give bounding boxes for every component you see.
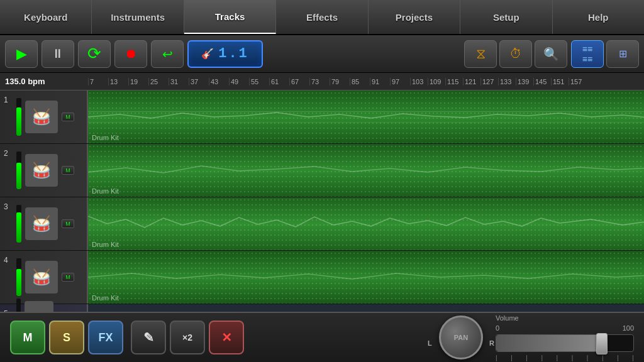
track-3-mute[interactable]: M (62, 219, 74, 228)
volume-slider-thumb[interactable] (596, 333, 608, 354)
track-1-mute[interactable]: M (62, 112, 74, 121)
pause-button[interactable]: ⏸ (42, 40, 74, 68)
tick-2: | (526, 354, 528, 361)
ruler-mark: 139 (516, 78, 533, 85)
metronome1-icon: ⧖ (476, 46, 486, 62)
ruler-mark: 85 (350, 78, 370, 85)
metronome2-button[interactable]: ⏱ (499, 40, 532, 68)
tracks-list: 1 🥁 M Drum Kit (0, 90, 644, 312)
mute-button[interactable]: M (10, 321, 45, 354)
volume-slider-track[interactable] (496, 334, 634, 352)
loop-button[interactable]: ⟳ (78, 40, 111, 68)
track-2-mute[interactable]: M (62, 166, 74, 175)
ruler-mark: 109 (428, 78, 445, 85)
ruler: 135.0 bpm 7 13 19 25 31 37 43 49 55 61 6… (0, 73, 644, 90)
ruler-mark: 115 (445, 78, 463, 85)
pan-right-label: R (489, 339, 494, 347)
duplicate-icon: ×2 (182, 332, 192, 343)
metronome1-button[interactable]: ⧖ (464, 40, 497, 68)
grid-view-button[interactable]: ⊞ (606, 40, 639, 68)
edit-group: ✎ ×2 ✕ (131, 321, 244, 354)
track-5-thumb[interactable]: 🎸 (25, 301, 53, 312)
list-view-button[interactable]: ≡≡≡≡ (571, 40, 604, 68)
track-5-content[interactable] (88, 304, 644, 312)
ruler-mark: 91 (370, 78, 390, 85)
track-4-content[interactable]: Drum Kit (88, 251, 644, 304)
track-3-thumb[interactable]: 🥁 (25, 207, 58, 240)
mute-label: M (23, 331, 33, 344)
track-4-info: M (62, 273, 74, 282)
fx-button[interactable]: FX (88, 321, 123, 354)
tick-4: | (557, 354, 558, 361)
loop-icon: ⟳ (87, 44, 101, 63)
play-icon: ▶ (16, 46, 27, 62)
delete-icon: ✕ (221, 330, 232, 345)
track-4-label: Drum Kit (92, 294, 119, 302)
solo-label: S (63, 331, 70, 344)
track-1-info: M (62, 112, 74, 121)
metronome2-icon: ⏱ (509, 47, 522, 61)
track-2-number: 2 (4, 149, 13, 158)
tab-setup[interactable]: Setup (460, 0, 552, 34)
volume-label-row: Volume (496, 314, 634, 322)
tab-effects[interactable]: Effects (276, 0, 368, 34)
track-3-content[interactable]: Drum Kit (88, 197, 644, 250)
play-button[interactable]: ▶ (5, 40, 38, 68)
volume-tick-row: | | | | | | | | | | (496, 354, 634, 361)
view-group: ≡≡≡≡ ⊞ (571, 40, 639, 68)
tab-projects[interactable]: Projects (369, 0, 460, 34)
record-button[interactable]: ⏺ (114, 40, 147, 68)
tab-instruments[interactable]: Instruments (92, 0, 184, 34)
display-value: 1.1 (218, 46, 249, 62)
tick-5: | (572, 354, 574, 361)
track-1-thumb[interactable]: 🥁 (25, 101, 58, 133)
pan-center-label: PAN (454, 334, 468, 341)
track-4-mute[interactable]: M (62, 273, 74, 282)
delete-button[interactable]: ✕ (209, 321, 244, 354)
ruler-mark: 103 (410, 78, 428, 85)
tab-keyboard[interactable]: Keyboard (0, 0, 92, 34)
top-navigation: Keyboard Instruments Tracks Effects Proj… (0, 0, 644, 35)
track-row: 1 🥁 M Drum Kit (0, 90, 644, 144)
ruler-mark: 151 (551, 78, 569, 85)
volume-section: Volume 0 100 | | | | | | | | | | (496, 314, 634, 361)
tab-help[interactable]: Help (553, 0, 644, 34)
track-2-thumb[interactable]: 🥁 (25, 154, 58, 187)
volume-title: Volume (496, 314, 519, 322)
ruler-mark: 37 (189, 78, 209, 85)
volume-min-label: 0 (496, 324, 499, 332)
ruler-numbers: 7 13 19 25 31 37 43 49 55 61 67 73 79 85… (88, 78, 644, 85)
ruler-mark: 61 (269, 78, 289, 85)
ruler-mark: 73 (309, 78, 330, 85)
tracks-container: 135.0 bpm 7 13 19 25 31 37 43 49 55 61 6… (0, 73, 644, 312)
list-view-icon: ≡≡≡≡ (582, 44, 592, 64)
track-4-thumb[interactable]: 🥁 (25, 261, 58, 293)
track-3-volume-fill (16, 212, 21, 243)
track-2-content[interactable]: Drum Kit (88, 144, 644, 197)
duplicate-button[interactable]: ×2 (170, 321, 205, 354)
undo-button[interactable]: ↩ (151, 40, 184, 68)
track-5-number: 5 (4, 309, 13, 312)
solo-button[interactable]: S (49, 321, 84, 354)
tick-3: | (541, 354, 543, 361)
track-3-header: 3 🥁 M (0, 197, 88, 250)
tick-7: | (602, 354, 604, 361)
track-2-waveform-lines (88, 144, 644, 197)
ruler-mark: 67 (289, 78, 309, 85)
mute-solo-group: M S FX (10, 321, 123, 354)
record-icon: ⏺ (125, 47, 137, 61)
position-display: 🎸 1.1 (187, 40, 263, 68)
ruler-mark: 55 (249, 78, 269, 85)
fx-label: FX (98, 331, 113, 344)
track-1-content[interactable]: Drum Kit (88, 90, 644, 143)
pan-knob[interactable]: PAN (439, 315, 483, 359)
volume-max-label: 100 (623, 324, 634, 332)
ruler-mark: 43 (209, 78, 229, 85)
track-2-volume-fill (16, 163, 21, 189)
guitar-icon: 🎸 (201, 48, 216, 60)
tab-tracks[interactable]: Tracks (184, 0, 276, 34)
edit-button[interactable]: ✎ (131, 321, 166, 354)
track-2-header: 2 🥁 M (0, 144, 88, 197)
zoom-button[interactable]: 🔍 (535, 40, 567, 68)
ruler-mark: 79 (330, 78, 350, 85)
